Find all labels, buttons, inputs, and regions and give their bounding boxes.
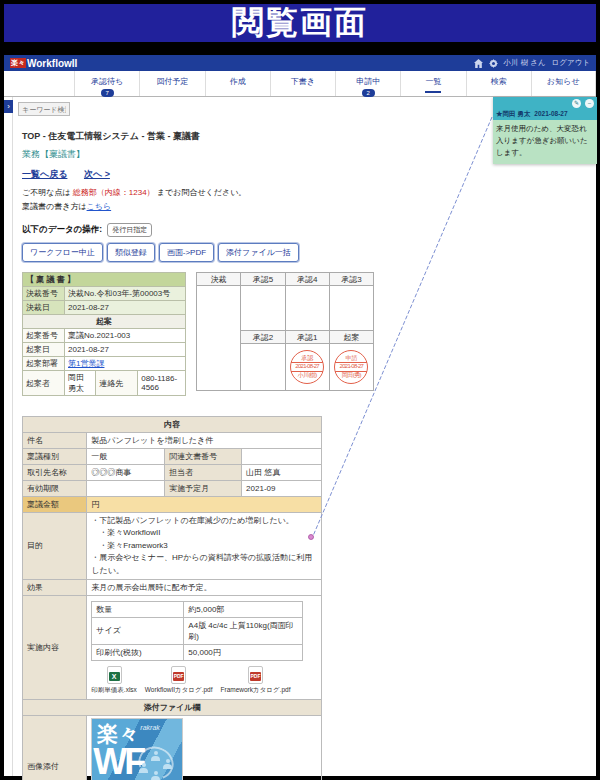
ringi-title: 【 稟 議 書 】: [23, 273, 186, 287]
contact-info-line: ご不明な点は 総務部（内線：1234） までお問合せください。: [22, 187, 596, 198]
header-right: 小川 樹 さん ログアウト: [474, 58, 590, 68]
note-body: 来月使用のため、大変恐れ入りますが急ぎお願いいたします。: [493, 120, 597, 164]
logout-link[interactable]: ログアウト: [552, 58, 590, 68]
subject-value: 製品パンフレットを増刷したき件: [87, 433, 322, 449]
row-label: 稟議金額: [23, 497, 87, 513]
section-header: 起案: [23, 315, 186, 329]
note-author: ★岡田 勇太: [496, 110, 530, 119]
stamp-cell-approval1: 承認 2021-08-27 小川(樹): [285, 344, 329, 391]
action-buttons-row: ワークフロー中止 類似登録 画面->PDF 添付ファイル一括: [22, 243, 596, 262]
howto-line: 稟議書の書き方はこちら: [22, 201, 596, 212]
tab-bar: 承認待ち 7 回付予定 作成 下書き 申請中 2 一覧 検索 お知らせ: [4, 71, 596, 97]
logo-text: WorkflowII: [27, 58, 77, 69]
wf-logo-image: 楽々 rakrak WF: [92, 719, 182, 780]
content-area: › TOP - 住友電工情報システム - 営業 - 稟議書 業務【稟議書】 一覧…: [4, 97, 596, 776]
person-icon: [163, 759, 172, 769]
client-value: ◎◎◎商事: [87, 465, 165, 481]
row-label: 起案部署: [23, 357, 65, 371]
row-label: 決裁日: [23, 301, 65, 315]
month-value: 2021-09: [242, 481, 322, 497]
sticky-note[interactable]: ✎ − ★岡田 勇太 2021-08-27 来月使用のため、大変恐れ入りますが急…: [493, 97, 597, 164]
attachments-bulk-button[interactable]: 添付ファイル一括: [218, 243, 299, 262]
back-to-list-link[interactable]: 一覧へ戻る: [22, 169, 67, 179]
row-label: 効果: [23, 579, 87, 595]
row-label: 実施予定月: [165, 481, 242, 497]
page-banner: 閲覧画面: [4, 4, 596, 42]
file-xlsx[interactable]: X 印刷単価表.xlsx: [91, 666, 137, 695]
expiry-value: [87, 481, 165, 497]
gear-icon[interactable]: [489, 59, 498, 68]
row-label: 稟議種別: [23, 449, 87, 465]
amount-value: 円: [87, 497, 322, 513]
tab-list[interactable]: 一覧: [400, 71, 465, 96]
contact-dept-highlight: 総務部（内線：1234）: [73, 188, 155, 197]
search-input[interactable]: [18, 102, 70, 116]
operations-label: 以下のデータの操作:: [22, 224, 102, 236]
attached-image-thumbnail[interactable]: 楽々 rakrak WF 楽々 Workf: [91, 718, 183, 780]
left-divider: [12, 97, 13, 776]
sticky-note-header: ✎ − ★岡田 勇太 2021-08-27: [493, 97, 597, 120]
issue-date-button[interactable]: 発行日指定: [107, 223, 152, 237]
note-minimize-icon[interactable]: −: [585, 99, 594, 108]
home-icon[interactable]: [474, 59, 483, 68]
person-value: 山田 悠真: [242, 465, 322, 481]
department-link[interactable]: 第1営業課: [68, 359, 104, 368]
stamp-col-header: 決裁: [197, 273, 241, 286]
row-label: 起案番号: [23, 329, 65, 343]
row-label: 連絡先: [96, 371, 138, 396]
sidebar-expand-button[interactable]: ›: [4, 100, 13, 113]
screen-to-pdf-button[interactable]: 画面->PDF: [159, 243, 214, 262]
page: 閲覧画面 楽々 WorkflowII 小川 樹 さん ログアウト 承認待ち: [0, 0, 600, 780]
note-date: 2021-08-27: [534, 110, 567, 119]
row-label: 目的: [23, 513, 87, 580]
user-name: 小川 樹 さん: [504, 58, 546, 68]
row-label: 担当者: [165, 465, 242, 481]
attachment-section-header: 添付ファイル欄: [23, 699, 322, 715]
row-label: 数量: [92, 601, 184, 617]
page-title: 閲覧画面: [232, 1, 368, 45]
reldoc-value: [242, 449, 322, 465]
workflow-stop-button[interactable]: ワークフロー中止: [22, 243, 103, 262]
file-pdf-framework[interactable]: PDF Frameworkカタログ.pdf: [221, 666, 291, 695]
next-link[interactable]: 次へ >: [84, 169, 110, 179]
row-label: サイズ: [92, 617, 184, 644]
tab-news[interactable]: お知らせ: [531, 71, 596, 96]
row-value: 約5,000部: [184, 601, 303, 617]
row-value: 2021-08-27: [65, 343, 186, 357]
tab-create[interactable]: 作成: [205, 71, 270, 96]
app-header: 楽々 WorkflowII 小川 樹 さん ログアウト: [4, 55, 596, 71]
row-label: 関連文書番号: [165, 449, 242, 465]
implementation-cell: 数量 約5,000部 サイズ A4版 4c/4c 上質110kg(両面印刷) 印…: [87, 595, 322, 699]
tab-approval-pending[interactable]: 承認待ち 7: [74, 71, 139, 96]
tab-applying[interactable]: 申請中 2: [335, 71, 400, 96]
implementation-detail-table: 数量 約5,000部 サイズ A4版 4c/4c 上質110kg(両面印刷) 印…: [91, 601, 303, 661]
stamp-cell-empty: [329, 286, 373, 331]
person-icon: [151, 751, 160, 761]
row-label: 取引先名称: [23, 465, 87, 481]
stamp-cell-empty: [241, 344, 285, 391]
similar-register-button[interactable]: 類似登録: [107, 243, 155, 262]
tables-row: 【 稟 議 書 】 決裁番号 決裁No.令和03年-第00003号 決裁日 20…: [22, 272, 596, 396]
tab-badge: 7: [101, 89, 114, 97]
tab-badge: 2: [362, 89, 375, 97]
row-value: 稟議No.2021-003: [65, 329, 186, 343]
tab-search[interactable]: 検索: [466, 71, 531, 96]
tab-draft[interactable]: 下書き: [270, 71, 335, 96]
stamp-cell-empty: [285, 286, 329, 331]
tab-routing-planned[interactable]: 回付予定: [139, 71, 204, 96]
approval-stamp: 承認 2021-08-27 小川(樹): [290, 350, 324, 384]
ringi-summary-table: 【 稟 議 書 】 決裁番号 決裁No.令和03年-第00003号 決裁日 20…: [22, 272, 186, 396]
stamp-col-header: 起案: [329, 331, 373, 344]
content-detail-table: 内容 件名 製品パンフレットを増刷したき件 稟議種別 一般 関連文書番号 取引先…: [22, 416, 322, 780]
note-edit-icon[interactable]: ✎: [572, 99, 581, 108]
row-value: A4版 4c/4c 上質110kg(両面印刷): [184, 617, 303, 644]
file-pdf-workflow[interactable]: PDF WorkflowIIカタログ.pdf: [145, 666, 213, 695]
drafter-name: 岡田 勇太: [65, 371, 96, 396]
person-icon: [139, 763, 148, 773]
row-label: 起案者: [23, 371, 65, 396]
row-label: 決裁番号: [23, 287, 65, 301]
howto-link[interactable]: こちら: [87, 202, 112, 211]
table-title: 内容: [23, 417, 322, 433]
image-attachment-cell: 楽々 rakrak WF 楽々 Workf: [87, 715, 322, 780]
stamp-col-header: 承認4: [285, 273, 329, 286]
